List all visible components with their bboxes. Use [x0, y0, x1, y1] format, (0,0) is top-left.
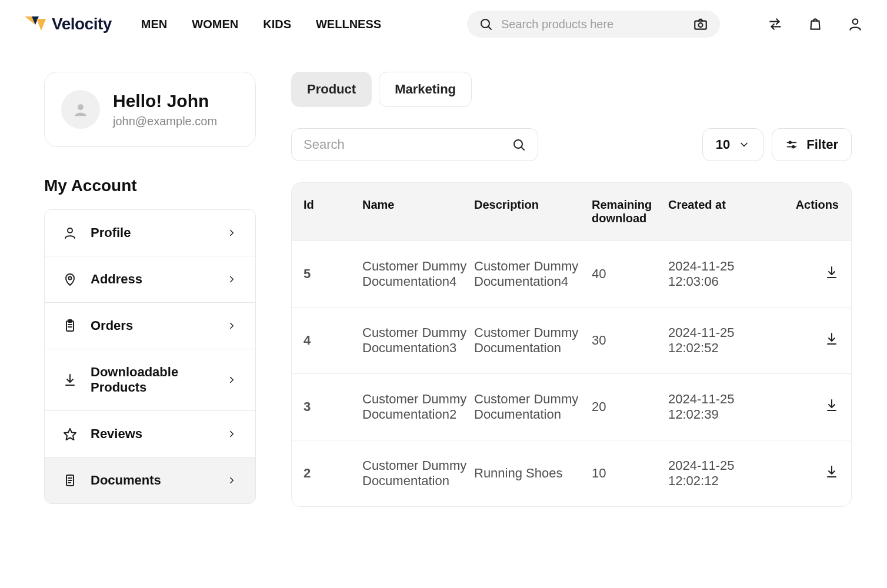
chevron-right-icon: [226, 428, 238, 440]
toolbar: 10 Filter: [291, 128, 852, 161]
cell-name: Customer Dummy Documentation4: [362, 259, 468, 289]
cell-actions: [780, 332, 839, 349]
camera-icon[interactable]: [693, 16, 708, 32]
chevron-down-icon: [738, 139, 750, 151]
cell-actions: [780, 398, 839, 416]
logo-text: Velocity: [52, 15, 112, 34]
download-button[interactable]: [825, 332, 839, 346]
sidebar-item-label: Reviews: [91, 426, 213, 442]
cell-created: 2024-11-25 12:02:39: [668, 392, 774, 422]
table-row: 2Customer Dummy DocumentationRunning Sho…: [292, 440, 851, 506]
star-icon: [62, 426, 78, 442]
download-button[interactable]: [825, 265, 839, 279]
pin-icon: [62, 272, 78, 287]
cell-description: Running Shoes: [474, 466, 586, 481]
download-button[interactable]: [825, 398, 839, 412]
chevron-right-icon: [226, 227, 238, 239]
table-search[interactable]: [291, 128, 538, 161]
sidebar-item-reviews[interactable]: Reviews: [45, 411, 255, 457]
cell-name: Customer Dummy Documentation: [362, 458, 468, 489]
cell-description: Customer Dummy Documentation: [474, 325, 586, 356]
sidebar-menu: ProfileAddressOrdersDownloadable Product…: [44, 209, 256, 504]
per-page-select[interactable]: 10: [702, 128, 763, 161]
per-page-value: 10: [716, 137, 730, 152]
nav-kids[interactable]: KIDS: [263, 18, 291, 31]
filter-button[interactable]: Filter: [772, 128, 852, 161]
cell-id: 3: [304, 399, 356, 415]
header: Velocity MEN WOMEN KIDS WELLNESS: [0, 0, 887, 48]
user-email: john@example.com: [113, 115, 217, 128]
chevron-right-icon: [226, 273, 238, 285]
download-icon: [62, 372, 78, 387]
user-greeting: Hello! John: [113, 91, 217, 111]
cell-actions: [780, 465, 839, 482]
clipboard-icon: [62, 318, 78, 333]
sidebar-item-address[interactable]: Address: [45, 256, 255, 303]
documents-table: Id Name Description Remaining download C…: [291, 182, 852, 507]
tab-marketing[interactable]: Marketing: [379, 72, 472, 107]
main-content: Product Marketing 10 Filter Id Name Desc…: [291, 72, 852, 507]
cell-name: Customer Dummy Documentation2: [362, 392, 468, 422]
sidebar-item-downloadable-products[interactable]: Downloadable Products: [45, 349, 255, 411]
sidebar-item-label: Downloadable Products: [91, 365, 213, 395]
tabs: Product Marketing: [291, 72, 852, 107]
cell-created: 2024-11-25 12:03:06: [668, 259, 774, 289]
table-row: 5Customer Dummy Documentation4Customer D…: [292, 240, 851, 307]
chevron-right-icon: [226, 475, 238, 486]
nav-wellness[interactable]: WELLNESS: [316, 18, 381, 31]
cell-name: Customer Dummy Documentation3: [362, 325, 468, 356]
header-search[interactable]: [467, 11, 720, 38]
cell-id: 5: [304, 266, 356, 282]
user-icon: [62, 225, 78, 240]
nav-women[interactable]: WOMEN: [192, 18, 238, 31]
sliders-icon: [785, 138, 798, 151]
filter-label: Filter: [806, 137, 838, 152]
tab-product[interactable]: Product: [291, 72, 372, 107]
download-button[interactable]: [825, 465, 839, 479]
account-icon[interactable]: [847, 16, 863, 32]
nav-men[interactable]: MEN: [141, 18, 167, 31]
th-actions: Actions: [780, 198, 839, 225]
th-remaining: Remaining download: [592, 198, 662, 225]
th-id: Id: [304, 198, 356, 225]
sidebar-title: My Account: [44, 176, 256, 195]
th-name: Name: [362, 198, 468, 225]
cell-remaining: 30: [592, 333, 662, 348]
search-icon: [479, 17, 493, 31]
table-row: 3Customer Dummy Documentation2Customer D…: [292, 373, 851, 440]
cell-description: Customer Dummy Documentation: [474, 392, 586, 422]
sidebar-item-label: Orders: [91, 318, 213, 333]
cart-icon[interactable]: [807, 16, 823, 32]
compare-icon[interactable]: [767, 16, 783, 32]
logo[interactable]: Velocity: [24, 15, 112, 34]
cell-id: 2: [304, 466, 356, 481]
header-icons: [767, 16, 863, 32]
sidebar-item-label: Address: [91, 272, 213, 287]
avatar-icon: [72, 101, 89, 118]
th-created: Created at: [668, 198, 774, 225]
svg-marker-21: [36, 19, 46, 31]
table-header: Id Name Description Remaining download C…: [292, 183, 851, 240]
sidebar-item-label: Profile: [91, 225, 213, 240]
header-search-input[interactable]: [501, 18, 685, 31]
table-search-input[interactable]: [304, 137, 512, 152]
table-body: 5Customer Dummy Documentation4Customer D…: [292, 240, 851, 506]
sidebar-item-profile[interactable]: Profile: [45, 210, 255, 256]
cell-id: 4: [304, 333, 356, 348]
chevron-right-icon: [226, 374, 238, 386]
document-icon: [62, 473, 78, 488]
sidebar-item-documents[interactable]: Documents: [45, 457, 255, 503]
main-nav: MEN WOMEN KIDS WELLNESS: [141, 18, 381, 31]
avatar: [61, 90, 100, 129]
cell-actions: [780, 265, 839, 283]
table-row: 4Customer Dummy Documentation3Customer D…: [292, 307, 851, 373]
cell-remaining: 10: [592, 466, 662, 481]
search-icon: [512, 138, 526, 152]
sidebar-item-label: Documents: [91, 473, 213, 488]
logo-icon: [24, 15, 47, 33]
cell-remaining: 20: [592, 399, 662, 415]
cell-created: 2024-11-25 12:02:12: [668, 458, 774, 489]
cell-description: Customer Dummy Documentation4: [474, 259, 586, 289]
cell-created: 2024-11-25 12:02:52: [668, 325, 774, 356]
sidebar-item-orders[interactable]: Orders: [45, 303, 255, 349]
